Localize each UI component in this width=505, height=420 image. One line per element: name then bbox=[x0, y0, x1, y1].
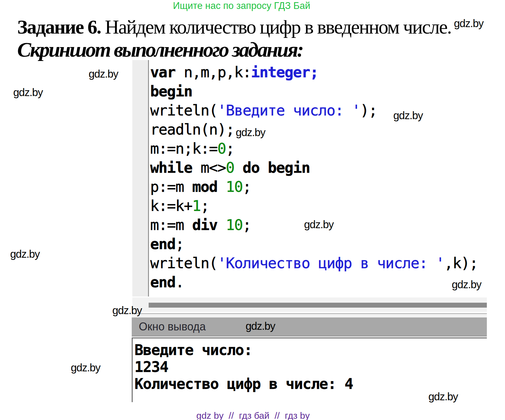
code-line: begin bbox=[150, 82, 478, 101]
task-subtitle: Скриншот выполненного задания: bbox=[17, 38, 303, 62]
footer-links: gdz by // гдз бай // гдз by bbox=[196, 410, 310, 420]
watermark: gdz.by bbox=[454, 17, 483, 30]
watermark: gdz.by bbox=[71, 361, 100, 374]
code-line: m:=n;k:=0; bbox=[150, 139, 478, 158]
code-line: writeln('Количество цифр в числе: ',k); bbox=[150, 253, 478, 273]
output-line: Количество цифр в числе: 4 bbox=[134, 375, 353, 392]
watermark: gdz.by bbox=[304, 218, 334, 231]
watermark: gdz.by bbox=[89, 68, 118, 80]
output-line: Введите число: bbox=[134, 341, 353, 358]
code-lines: var n,m,p,k:integer;beginwriteln('Введит… bbox=[150, 63, 478, 292]
titlebar-top-strip bbox=[132, 314, 487, 317]
code-line: end; bbox=[150, 234, 478, 253]
code-line: end. bbox=[150, 273, 478, 292]
code-line: readln(n); bbox=[150, 120, 478, 139]
code-line: k:=k+1; bbox=[150, 196, 478, 215]
watermark: gdz.by bbox=[236, 126, 265, 139]
editor-gutter bbox=[132, 60, 149, 297]
watermark: gdz.by bbox=[428, 390, 458, 403]
task-text: Найдем количество цифр в введенном числе… bbox=[101, 16, 451, 38]
watermark: gdz.by bbox=[10, 248, 40, 260]
code-line: var n,m,p,k:integer; bbox=[150, 63, 478, 82]
watermark: gdz.by bbox=[246, 320, 275, 332]
task-heading: Задание 6. Найдем количество цифр в введ… bbox=[17, 16, 451, 38]
output-text: Введите число:1234Количество цифр в числ… bbox=[134, 341, 353, 392]
watermark: gdz.by bbox=[452, 278, 481, 291]
horizontal-scrollbar-thumb[interactable] bbox=[149, 303, 487, 308]
promo-banner: Ищите нас по запросу ГДЗ Бай bbox=[173, 0, 310, 11]
code-line: while m<>0 do begin bbox=[150, 158, 478, 177]
task-number: Задание 6. bbox=[17, 16, 101, 38]
watermark: gdz.by bbox=[393, 109, 423, 122]
code-line: writeln('Введите число: '); bbox=[150, 101, 478, 120]
watermark: gdz.by bbox=[13, 86, 43, 99]
code-line: p:=m mod 10; bbox=[150, 177, 478, 196]
watermark: gdz.by bbox=[112, 304, 142, 317]
output-window-titlebar: Окно вывода bbox=[132, 317, 487, 337]
output-line: 1234 bbox=[134, 358, 353, 375]
output-window-title: Окно вывода bbox=[139, 320, 206, 333]
